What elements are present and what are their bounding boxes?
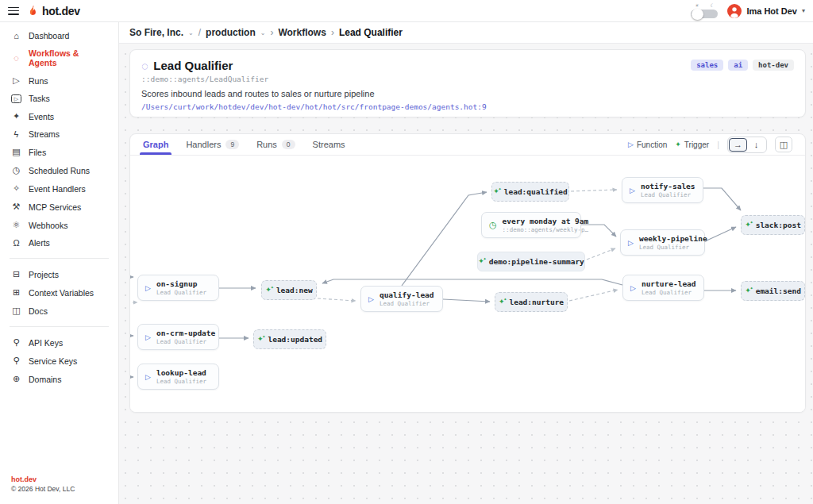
edge-qualify-lead-lead-qualified [402, 192, 487, 286]
layout-vertical-button[interactable]: ↓ [747, 138, 765, 152]
source-file-link[interactable]: /Users/curt/work/hotdev/dev/hot-dev/hot/… [141, 102, 794, 111]
graph-node-slack-post[interactable]: ✦slack:post [741, 215, 805, 235]
sidebar-item-service-keys[interactable]: ⚲Service Keys [0, 352, 118, 370]
graph-node-on-crm-update[interactable]: ▷ on-crm-updateLead Qualifier [137, 324, 219, 350]
tab-graph[interactable]: Graph [143, 134, 168, 155]
sidebar-item-scheduled-runs[interactable]: ◷Scheduled Runs [0, 161, 118, 179]
sidebar-item-context-variables[interactable]: ⊞Context Variables [0, 283, 118, 302]
sidebar-item-streams[interactable]: ϟStreams [0, 125, 118, 143]
graph-node-lead-updated[interactable]: ✦lead:updated [253, 329, 326, 349]
sidebar-item-docs[interactable]: ◫Docs [0, 302, 118, 320]
graph-node-lookup-lead[interactable]: ▷ lookup-leadLead Qualifier [137, 364, 219, 390]
add-trigger-button[interactable]: ✦Trigger [675, 140, 709, 149]
workflow-canvas[interactable]: ▷ on-signupLead Qualifier ▷ on-crm-updat… [130, 156, 806, 413]
hamburger-menu-icon[interactable] [8, 7, 19, 15]
node-title: lead:new [276, 286, 313, 294]
sidebar-label: Tasks [29, 94, 50, 103]
workflow-icon: ◌ [11, 53, 21, 63]
trigger-sparkle-icon: ✦ [745, 221, 751, 229]
sidebar-label: Context Variables [29, 288, 94, 298]
sidebar-item-tasks[interactable]: ▷Tasks [0, 90, 118, 107]
workflow-graph-card: Graph Handlers9 Runs0 Streams ▷Function … [129, 133, 806, 413]
graph-node-lead-qualified[interactable]: ✦lead:qualified [491, 182, 569, 202]
graph-node-notify-sales[interactable]: ▷ notify-salesLead Qualifier [622, 177, 703, 203]
sidebar-item-runs[interactable]: ▷Runs [0, 71, 118, 90]
action-label: Function [637, 140, 667, 149]
sidebar-item-domains[interactable]: ⊕Domains [0, 370, 118, 388]
side-panel-toggle-button[interactable]: ◫ [775, 137, 792, 152]
theme-toggle[interactable] [691, 10, 718, 18]
sidebar-label: Alerts [29, 238, 50, 248]
graph-node-nurture-lead[interactable]: ▷ nurture-leadLead Qualifier [622, 275, 704, 301]
chevron-down-icon[interactable]: ⌄ [260, 29, 266, 37]
sidebar-item-alerts[interactable]: ΩAlerts [0, 234, 118, 252]
footer-brand[interactable]: hot.dev [11, 475, 107, 483]
sidebar-label: Scheduled Runs [29, 166, 90, 175]
chevron-down-icon[interactable]: ⌄ [188, 29, 194, 37]
toolbar-divider: | [717, 140, 719, 149]
trigger-sparkle-icon: ✦ [478, 258, 484, 265]
node-subtitle: Lead Qualifier [156, 289, 206, 296]
breadcrumb-section[interactable]: Workflows [278, 27, 326, 38]
sidebar-label: API Keys [29, 338, 63, 348]
graph-node-lead-nurture[interactable]: ✦lead:nurture [495, 292, 568, 312]
action-label: Trigger [684, 140, 709, 149]
sidebar-item-webhooks[interactable]: ⚛Webhooks [0, 216, 118, 234]
trigger-sparkle-icon: ✦ [675, 140, 681, 148]
layout-direction-control: → ↓ [727, 137, 767, 153]
clock-icon: ◷ [11, 165, 21, 175]
add-function-button[interactable]: ▷Function [628, 140, 667, 149]
sidebar-label: Files [29, 148, 46, 157]
graph-node-lead-new[interactable]: ✦lead:new [261, 280, 317, 300]
tag-hot-dev[interactable]: hot-dev [753, 60, 794, 71]
bell-icon: Ω [11, 238, 21, 248]
tab-streams[interactable]: Streams [313, 134, 345, 155]
graph-node-email-send[interactable]: ✦email:send [741, 281, 805, 301]
sidebar-item-files[interactable]: ▤Files [0, 143, 118, 161]
node-title: qualify-lead [380, 290, 434, 300]
sidebar-item-event-handlers[interactable]: ✧Event Handlers [0, 179, 118, 198]
play-icon: ▷ [11, 75, 21, 86]
graph-node-on-signup[interactable]: ▷ on-signupLead Qualifier [137, 275, 219, 301]
edge-weekly-pipeline-slack-post [705, 227, 736, 241]
sidebar-label: Streams [29, 129, 60, 139]
edge-pipeline-summary-weekly-pipeline [587, 248, 615, 260]
tab-runs[interactable]: Runs0 [256, 134, 295, 155]
avatar [727, 4, 742, 18]
node-title: demo:pipeline-summary [489, 257, 584, 266]
node-subtitle: Lead Qualifier [156, 378, 206, 385]
sidebar-label: Projects [29, 270, 59, 279]
sidebar-item-projects[interactable]: ⊟Projects [0, 265, 118, 283]
user-menu[interactable]: Ima Hot Dev ▾ [727, 4, 805, 18]
graph-node-qualify-lead[interactable]: ▷ qualify-leadLead Qualifier [360, 286, 443, 312]
tag-sales[interactable]: sales [691, 60, 723, 71]
service-key-icon: ⚲ [11, 356, 21, 366]
play-icon: ▷ [145, 373, 151, 381]
sidebar-item-events[interactable]: ✦Events [0, 107, 118, 125]
sidebar-item-dashboard[interactable]: ⌂Dashboard [0, 27, 118, 44]
node-title: on-signup [156, 279, 206, 289]
trigger-sparkle-icon: ✦ [493, 188, 499, 195]
edge-lead-qualified-notify-sales [571, 190, 617, 191]
graph-node-weekly-pipeline[interactable]: ▷ weekly-pipelineLead Qualifier [620, 229, 705, 256]
graph-node-demo-pipeline-summary[interactable]: ✦demo:pipeline-summary [477, 252, 585, 271]
workflow-info-card: ◌ Lead Qualifier ::demo::agents/LeadQual… [129, 49, 806, 117]
globe-icon: ⊕ [11, 374, 21, 384]
tag-ai[interactable]: ai [728, 60, 748, 71]
breadcrumb-env[interactable]: production [206, 27, 256, 38]
sidebar-label: Docs [29, 306, 48, 316]
layout-horizontal-button[interactable]: → [729, 138, 747, 152]
sidebar-item-api-keys[interactable]: ⚲API Keys [0, 333, 118, 352]
node-title: slack:post [756, 221, 801, 229]
sidebar-item-mcp-services[interactable]: ⚒MCP Services [0, 198, 118, 216]
sidebar-item-workflows-agents[interactable]: ◌Workflows & Agents [0, 44, 118, 71]
brand-logo[interactable]: hot.dev [27, 5, 80, 17]
breadcrumb-org[interactable]: So Fire, Inc. [129, 27, 183, 38]
edge-lead-nurture-nurture-lead [569, 290, 618, 301]
graph-node-every-monday-schedule[interactable]: ◷ every monday at 9am::demo::agents/week… [481, 212, 581, 238]
trigger-sparkle-icon: ✦ [499, 298, 505, 306]
tab-handlers[interactable]: Handlers9 [186, 134, 239, 155]
trigger-sparkle-icon: ✦ [257, 336, 264, 343]
play-icon: ▷ [628, 239, 634, 247]
edge-qualify-lead-lead-nurture [443, 299, 490, 302]
